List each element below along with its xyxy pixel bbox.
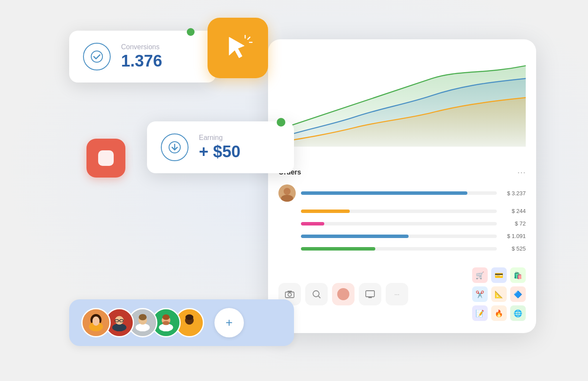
order-amount: $ 244 bbox=[502, 208, 526, 214]
integration-icon-mailchimp: 🛒 bbox=[472, 267, 488, 283]
integration-icon-squarespace: 📐 bbox=[491, 286, 507, 302]
order-bar bbox=[301, 235, 409, 238]
integration-icon-magento: 🔷 bbox=[510, 286, 526, 302]
svg-line-38 bbox=[319, 296, 321, 298]
team-card: + bbox=[69, 299, 294, 346]
order-amount: $ 1.091 bbox=[502, 233, 526, 239]
more-dots-label: ··· bbox=[394, 291, 399, 298]
earning-online-indicator bbox=[277, 118, 285, 127]
avatar-1 bbox=[81, 308, 111, 337]
order-row: $ 3.237 bbox=[278, 183, 526, 203]
order-bar-container bbox=[301, 247, 497, 251]
earning-down-circle bbox=[161, 133, 189, 161]
order-amount: $ 72 bbox=[502, 220, 526, 227]
orders-section: Orders ⋯ $ 3.237 bbox=[268, 160, 536, 260]
integration-icon-shopify: 🛍️ bbox=[510, 267, 526, 283]
add-team-member-button[interactable]: + bbox=[214, 308, 244, 337]
earning-card: Earning + $50 bbox=[147, 121, 294, 173]
app-icon-red bbox=[86, 139, 125, 178]
conversions-label: Conversions bbox=[121, 43, 162, 51]
integration-btn-more[interactable]: ··· bbox=[386, 283, 408, 305]
orders-list: $ 3.237 $ 244 $ 72 bbox=[278, 183, 526, 254]
order-bar-container bbox=[301, 222, 497, 225]
order-row: $ 72 bbox=[278, 219, 526, 229]
integration-btn-search[interactable] bbox=[305, 283, 328, 305]
order-bar-container bbox=[301, 210, 497, 213]
integration-icons-grid: 🛒 💳 🛍️ ✂️ 📐 🔷 📝 🔥 🌐 bbox=[472, 267, 526, 321]
svg-point-0 bbox=[91, 51, 102, 62]
svg-line-4 bbox=[248, 37, 250, 39]
order-avatar-1 bbox=[278, 184, 296, 202]
avatars-group bbox=[81, 308, 204, 337]
svg-marker-1 bbox=[229, 37, 244, 58]
check-circle-icon bbox=[83, 43, 111, 70]
svg-point-34 bbox=[281, 195, 293, 202]
earning-text: Earning + $50 bbox=[199, 134, 240, 161]
online-indicator bbox=[187, 28, 195, 36]
svg-point-33 bbox=[284, 188, 291, 195]
svg-point-36 bbox=[288, 293, 291, 296]
chart-area bbox=[268, 39, 536, 160]
order-bar-container bbox=[301, 191, 497, 195]
order-bar bbox=[301, 222, 324, 225]
svg-point-29 bbox=[182, 324, 197, 331]
add-icon: + bbox=[226, 316, 233, 330]
svg-point-27 bbox=[163, 314, 169, 320]
svg-point-12 bbox=[93, 317, 99, 324]
svg-rect-39 bbox=[366, 291, 374, 297]
order-row: $ 1.091 bbox=[278, 231, 526, 241]
order-row: $ 244 bbox=[278, 206, 526, 216]
app-icon-inner bbox=[98, 150, 114, 166]
conversions-text: Conversions 1.376 bbox=[121, 43, 162, 70]
integration-btn-circle[interactable] bbox=[332, 283, 355, 305]
orders-menu-dots[interactable]: ⋯ bbox=[517, 167, 526, 178]
svg-point-20 bbox=[136, 324, 150, 331]
click-icon-card bbox=[208, 18, 268, 78]
integration-icon-firebase: 🔥 bbox=[491, 305, 507, 321]
integration-buttons: ··· bbox=[278, 283, 467, 305]
integration-icon-paypal: 💳 bbox=[491, 267, 507, 283]
orders-header: Orders ⋯ bbox=[278, 167, 526, 178]
svg-point-15 bbox=[115, 316, 124, 325]
svg-point-37 bbox=[313, 291, 319, 297]
svg-point-14 bbox=[112, 324, 127, 331]
integration-icon-wordpress: 📝 bbox=[472, 305, 488, 321]
order-row: $ 525 bbox=[278, 244, 526, 254]
order-bar bbox=[301, 191, 467, 195]
integration-icon-web: 🌐 bbox=[510, 305, 526, 321]
integrations-area: ··· 🛒 💳 🛍️ ✂️ 📐 🔷 📝 🔥 🌐 bbox=[268, 260, 536, 328]
conversions-card: Conversions 1.376 bbox=[69, 31, 216, 83]
dashboard-card: Orders ⋯ $ 3.237 bbox=[268, 39, 536, 333]
svg-point-22 bbox=[139, 314, 147, 321]
conversions-value: 1.376 bbox=[121, 52, 162, 70]
order-bar-container bbox=[301, 235, 497, 238]
svg-point-31 bbox=[185, 314, 193, 320]
earning-label: Earning bbox=[199, 134, 240, 142]
order-amount: $ 525 bbox=[502, 245, 526, 252]
order-bar bbox=[301, 210, 350, 213]
integration-icon-stripe: ✂️ bbox=[472, 286, 488, 302]
earning-value: + $50 bbox=[199, 143, 240, 161]
order-amount: $ 3.237 bbox=[502, 190, 526, 197]
integration-btn-screen[interactable] bbox=[359, 283, 381, 305]
order-bar bbox=[301, 247, 375, 251]
svg-point-26 bbox=[163, 321, 169, 325]
